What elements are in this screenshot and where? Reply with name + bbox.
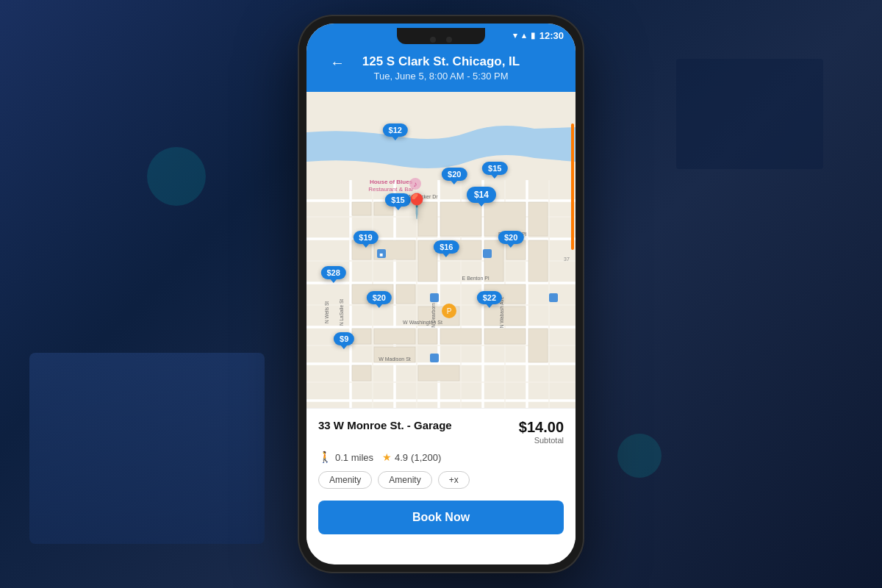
garage-name: 33 W Monroe St. - Garage [318,419,452,431]
svg-text:P: P [447,307,452,315]
amenity-tags: Amenity Amenity +x [318,471,564,489]
battery-icon: ▮ [531,31,535,40]
svg-rect-33 [528,202,548,236]
svg-rect-46 [418,365,459,381]
svg-text:N Wells St: N Wells St [324,301,329,323]
bg-circle-2 [617,434,662,478]
svg-rect-38 [374,329,415,344]
price-pin-pin-14[interactable]: $14 [467,187,496,203]
svg-text:House of Blues: House of Blues [370,179,413,185]
star-icon: ★ [382,451,392,463]
card-top: 33 W Monroe St. - Garage $14.00 Subtotal [318,419,564,445]
svg-rect-43 [352,365,371,381]
svg-text:■: ■ [380,251,384,258]
svg-rect-67 [549,293,558,302]
bg-circle-1 [147,147,206,206]
svg-rect-66 [430,354,439,362]
svg-rect-65 [430,293,439,302]
map-area[interactable]: W Wacker Dr E Wacker Pl E Benton Pl W Wa… [306,92,576,408]
amenity-tag-1[interactable]: Amenity [318,471,372,489]
amenity-tag-more[interactable]: +x [438,471,470,489]
phone-frame: ▾ ▴ ▮ 12:30 ← 125 S Clark St. Chicago, I… [298,15,584,573]
price-block: $14.00 Subtotal [519,419,564,445]
svg-rect-36 [528,240,548,282]
header-title: 125 S Clark St. Chicago, IL [362,54,520,69]
price-pin-pin-12[interactable]: $12 [383,123,408,137]
svg-rect-22 [352,202,371,215]
header-subtitle: Tue, June 5, 8:00 AM - 5:30 PM [373,71,508,82]
app-header: ← 125 S Clark St. Chicago, IL Tue, June … [306,47,576,92]
header-inner: ← 125 S Clark St. Chicago, IL Tue, June … [318,54,564,82]
signal-icon: ▴ [522,31,526,40]
bg-monitor-shape [676,59,823,169]
map-scrollbar[interactable] [571,123,574,250]
price-pin-pin-28[interactable]: $28 [320,266,345,279]
price-pin-pin-9[interactable]: $9 [334,332,354,345]
rating: ★ 4.9 (1,200) [382,451,441,463]
destination-pin: 📍 [402,192,431,220]
price-pin-pin-20a[interactable]: $20 [442,168,467,181]
price-pin-pin-20b[interactable]: $20 [498,231,523,244]
price-pin-pin-19[interactable]: $19 [353,231,378,244]
phone-camera [430,37,452,43]
svg-rect-37 [352,329,371,344]
phone-screen: ▾ ▴ ▮ 12:30 ← 125 S Clark St. Chicago, I… [306,24,576,564]
walk-icon: 🚶 [318,451,332,464]
rating-value: 4.9 [395,452,408,463]
svg-text:W Washington St: W Washington St [403,320,442,326]
back-button[interactable]: ← [330,54,345,71]
price-pin-pin-22[interactable]: $22 [477,291,502,304]
svg-rect-47 [484,329,526,344]
amenity-tag-2[interactable]: Amenity [378,471,431,489]
svg-rect-64 [483,249,492,258]
price-pin-pin-15a[interactable]: $15 [482,162,507,175]
svg-rect-27 [440,202,481,236]
svg-text:37: 37 [564,257,570,262]
svg-rect-45 [418,329,437,344]
price-pin-pin-16[interactable]: $16 [434,240,459,254]
book-button[interactable]: Book Now [318,501,564,534]
price-label: Subtotal [519,436,564,445]
bottom-card: 33 W Monroe St. - Garage $14.00 Subtotal… [306,408,576,540]
camera-dot-1 [430,37,436,43]
status-time: 12:30 [539,30,564,41]
svg-rect-29 [396,284,415,304]
price-amount: $14.00 [519,419,564,436]
price-pin-pin-20c[interactable]: $20 [367,291,392,304]
svg-rect-42 [484,306,526,326]
bg-bus-shape [29,353,265,544]
svg-rect-40 [440,329,481,344]
svg-text:♪: ♪ [414,180,417,188]
wifi-icon: ▾ [513,31,517,40]
status-icons: ▾ ▴ ▮ 12:30 [513,30,564,41]
camera-dot-2 [446,37,452,43]
phone-container: ▾ ▴ ▮ 12:30 ← 125 S Clark St. Chicago, I… [298,15,584,573]
review-count: (1,200) [411,452,441,463]
svg-text:N LaSalle St: N LaSalle St [339,299,344,326]
walk-distance-text: 0.1 miles [335,452,373,463]
svg-rect-48 [528,329,548,362]
svg-text:W Madison St: W Madison St [379,356,411,362]
svg-text:E Benton Pl: E Benton Pl [462,276,490,281]
card-meta: 🚶 0.1 miles ★ 4.9 (1,200) [318,451,564,464]
walk-distance: 🚶 0.1 miles [318,451,373,464]
